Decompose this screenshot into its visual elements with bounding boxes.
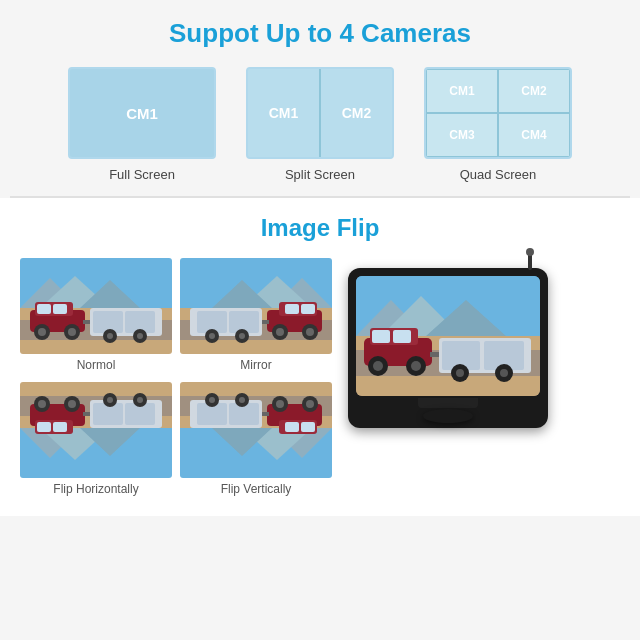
svg-rect-30 <box>301 304 315 314</box>
quad-cell-3: CM3 <box>426 113 498 157</box>
flip-normal: Normol <box>20 258 172 372</box>
camera-support-section: Suppot Up to 4 Cameras CM1 Full Screen C… <box>0 0 640 196</box>
svg-point-55 <box>38 400 46 408</box>
antenna-icon <box>528 252 532 270</box>
monitor-base <box>423 409 473 423</box>
svg-rect-36 <box>261 320 269 324</box>
main-title: Suppot Up to 4 Cameras <box>20 18 620 49</box>
split-screen-box: CM1 CM2 <box>246 67 394 159</box>
screen-modes-container: CM1 Full Screen CM1 CM2 Split Screen CM1… <box>20 67 620 182</box>
svg-rect-102 <box>430 352 440 357</box>
svg-point-19 <box>107 333 113 339</box>
flip-content: Normol <box>20 258 620 506</box>
svg-rect-80 <box>261 412 269 416</box>
svg-rect-58 <box>83 412 91 416</box>
quad-screen-mode-label: Quad Screen <box>460 167 537 182</box>
svg-point-107 <box>456 369 464 377</box>
svg-point-63 <box>107 397 113 403</box>
svg-point-41 <box>239 333 245 339</box>
normal-label: Normol <box>77 358 116 372</box>
flip-v-label: Flip Vertically <box>221 482 292 496</box>
monitor-screen <box>356 276 540 396</box>
svg-rect-53 <box>53 422 67 432</box>
svg-point-65 <box>137 397 143 403</box>
svg-point-57 <box>68 400 76 408</box>
image-flip-section: Image Flip <box>0 198 640 516</box>
flip-horizontal: Flip Horizontally <box>20 382 172 496</box>
flip-h-label: Flip Horizontally <box>53 482 138 496</box>
svg-rect-31 <box>285 304 299 314</box>
flip-vertical: Flip Vertically <box>180 382 332 496</box>
svg-rect-9 <box>53 304 67 314</box>
monitor-container <box>348 258 548 428</box>
svg-point-11 <box>38 328 46 336</box>
svg-rect-14 <box>83 320 91 324</box>
quad-cell-4: CM4 <box>498 113 570 157</box>
flip-grid: Normol <box>20 258 332 506</box>
svg-point-33 <box>306 328 314 336</box>
svg-point-21 <box>137 333 143 339</box>
svg-rect-52 <box>37 422 51 432</box>
svg-rect-97 <box>393 330 411 343</box>
split-screen-mode-label: Split Screen <box>285 167 355 182</box>
svg-point-35 <box>276 328 284 336</box>
quad-cell-1: CM1 <box>426 69 498 113</box>
quad-screen-box: CM1 CM2 CM3 CM4 <box>424 67 572 159</box>
svg-rect-74 <box>301 422 315 432</box>
quad-screen-mode: CM1 CM2 CM3 CM4 Quad Screen <box>424 67 572 182</box>
full-screen-box: CM1 <box>68 67 216 159</box>
full-screen-mode-label: Full Screen <box>109 167 175 182</box>
svg-point-87 <box>209 397 215 403</box>
svg-rect-8 <box>37 304 51 314</box>
flip-mirror: Mirror <box>180 258 332 372</box>
flip-h-image <box>20 382 172 478</box>
svg-rect-75 <box>285 422 299 432</box>
svg-point-77 <box>306 400 314 408</box>
svg-point-101 <box>411 361 421 371</box>
full-screen-mode: CM1 Full Screen <box>68 67 216 182</box>
normal-image <box>20 258 172 354</box>
svg-point-43 <box>209 333 215 339</box>
mirror-image <box>180 258 332 354</box>
image-flip-title: Image Flip <box>20 214 620 242</box>
svg-point-13 <box>68 328 76 336</box>
split-screen-mode: CM1 CM2 Split Screen <box>246 67 394 182</box>
monitor-stand <box>418 398 478 408</box>
monitor-device <box>348 268 548 428</box>
flip-v-image <box>180 382 332 478</box>
split-cell-1: CM1 <box>248 69 321 157</box>
mirror-label: Mirror <box>240 358 271 372</box>
svg-point-85 <box>239 397 245 403</box>
svg-point-79 <box>276 400 284 408</box>
full-screen-label: CM1 <box>126 105 158 122</box>
svg-rect-96 <box>372 330 390 343</box>
svg-point-109 <box>500 369 508 377</box>
svg-point-99 <box>373 361 383 371</box>
quad-cell-2: CM2 <box>498 69 570 113</box>
split-cell-2: CM2 <box>321 69 392 157</box>
